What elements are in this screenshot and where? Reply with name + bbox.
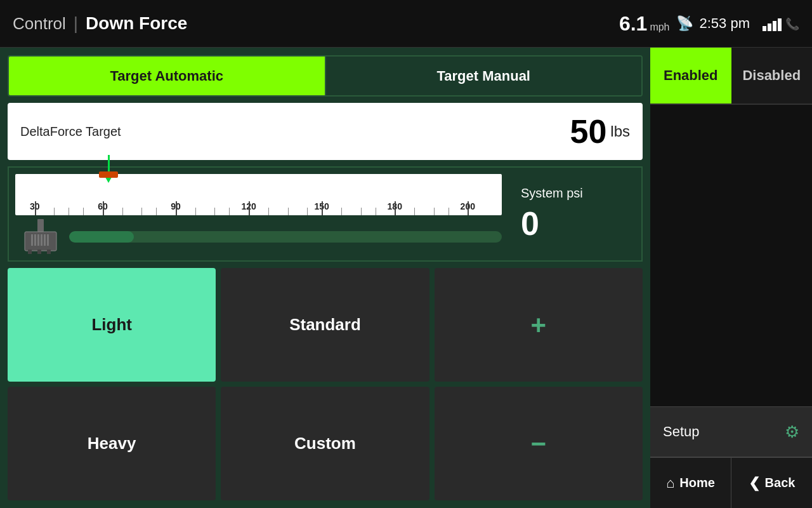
svg-rect-3 xyxy=(37,250,41,254)
tab-target-manual[interactable]: Target Manual xyxy=(326,57,642,95)
preset-minus-button[interactable]: − xyxy=(435,387,643,500)
presets-grid: Light Standard + Heavy Custom − xyxy=(8,268,643,500)
speed-value: 6.1 xyxy=(619,12,647,36)
indicator-base-orange xyxy=(99,171,118,178)
seeder-graphic xyxy=(15,219,66,254)
scale-inner: 30 60 90 120 150 180 200 xyxy=(15,174,502,215)
speed-display: 6.1 mph xyxy=(619,12,670,36)
svg-rect-2 xyxy=(28,250,32,254)
tabs-container: Target Automatic Target Manual xyxy=(8,55,643,97)
scale-ruler: 30 60 90 120 150 180 200 xyxy=(15,174,502,215)
nav-row: ⌂ Home ❮ Back xyxy=(650,457,812,508)
tab-target-automatic[interactable]: Target Automatic xyxy=(9,57,325,95)
status-icons: 6.1 mph 📡 2:53 pm xyxy=(619,12,750,36)
tick-minor-17 xyxy=(434,208,435,215)
back-label: Back xyxy=(765,476,796,490)
back-button[interactable]: ❮ Back xyxy=(731,458,812,508)
svg-rect-0 xyxy=(37,219,44,232)
tick-minor-18 xyxy=(449,208,449,215)
tick-minor-14 xyxy=(361,208,362,215)
system-psi-display: System psi 0 xyxy=(508,180,635,249)
tick-90 xyxy=(176,201,177,215)
tick-minor-9 xyxy=(229,208,230,215)
gauge-lower xyxy=(15,219,502,254)
tick-minor-7 xyxy=(195,208,196,215)
deltaforce-label: DeltaForce Target xyxy=(20,124,570,139)
home-button[interactable]: ⌂ Home xyxy=(650,458,731,508)
signal-bar-3 xyxy=(773,21,776,31)
preset-custom-button[interactable]: Custom xyxy=(221,387,429,500)
sidebar: Enabled Disabled Setup ⚙ ⌂ Home ❮ Back xyxy=(650,48,812,508)
tick-180 xyxy=(395,201,396,215)
deltaforce-target-box: DeltaForce Target 50 lbs xyxy=(8,103,643,160)
control-label: Control xyxy=(13,14,66,34)
main-container: Target Automatic Target Manual DeltaForc… xyxy=(0,48,812,508)
toggle-disabled-button[interactable]: Disabled xyxy=(731,48,813,104)
setup-button[interactable]: Setup ⚙ xyxy=(650,406,812,457)
svg-rect-9 xyxy=(44,234,46,246)
tick-minor-1 xyxy=(54,208,55,215)
tick-30 xyxy=(35,201,36,215)
tick-minor-12 xyxy=(307,208,308,215)
tick-minor-8 xyxy=(214,208,215,215)
signal-bar-1 xyxy=(763,26,766,31)
home-icon: ⌂ xyxy=(666,475,674,491)
scale-container: 30 60 90 120 150 180 200 xyxy=(15,174,502,254)
progress-bar-fill xyxy=(69,231,134,243)
tick-minor-11 xyxy=(288,208,289,215)
back-icon: ❮ xyxy=(749,475,760,491)
signal-bar-4 xyxy=(778,18,782,31)
home-label: Home xyxy=(679,476,715,490)
gear-icon: ⚙ xyxy=(785,422,799,442)
seeder-svg xyxy=(15,219,66,254)
preset-standard-button[interactable]: Standard xyxy=(221,268,429,382)
signal-bars: 📞 xyxy=(763,16,799,31)
setup-label: Setup xyxy=(663,424,700,440)
header-left: Control | Down Force xyxy=(13,13,187,34)
tick-minor-13 xyxy=(341,208,342,215)
page-title: Down Force xyxy=(86,13,187,34)
tick-200 xyxy=(468,201,469,215)
svg-rect-5 xyxy=(31,234,33,246)
tick-minor-16 xyxy=(414,208,415,215)
svg-rect-7 xyxy=(37,234,39,246)
tick-minor-15 xyxy=(376,208,376,215)
tick-minor-4 xyxy=(122,208,123,215)
tick-minor-6 xyxy=(156,208,157,215)
deltaforce-unit: lbs xyxy=(610,123,630,140)
svg-rect-10 xyxy=(47,234,49,246)
psi-label: System psi xyxy=(521,186,583,201)
header-right: 6.1 mph 📡 2:53 pm 📞 xyxy=(619,12,799,36)
svg-rect-6 xyxy=(34,234,36,246)
phone-icon: 📞 xyxy=(785,17,799,31)
svg-rect-8 xyxy=(41,234,43,246)
speed-unit: mph xyxy=(650,22,669,33)
tick-minor-2 xyxy=(69,208,69,215)
deltaforce-value: 50 xyxy=(570,112,606,150)
toggle-row: Enabled Disabled xyxy=(650,48,812,105)
tick-60 xyxy=(103,201,104,215)
psi-value: 0 xyxy=(521,204,539,243)
tick-120 xyxy=(249,201,250,215)
time-display: 2:53 pm xyxy=(700,15,750,32)
preset-heavy-button[interactable]: Heavy xyxy=(8,387,216,500)
content-area: Target Automatic Target Manual DeltaForc… xyxy=(0,48,650,508)
svg-rect-4 xyxy=(47,250,51,254)
header-divider: | xyxy=(74,13,78,34)
gps-icon: 📡 xyxy=(676,15,693,32)
header: Control | Down Force 6.1 mph 📡 2:53 pm 📞 xyxy=(0,0,812,48)
progress-bar xyxy=(69,231,502,243)
indicator-stem xyxy=(108,155,110,173)
tick-minor-5 xyxy=(141,208,142,215)
toggle-enabled-button[interactable]: Enabled xyxy=(650,48,731,104)
signal-bar-2 xyxy=(768,23,771,31)
tick-150 xyxy=(322,201,323,215)
gauge-area: 30 60 90 120 150 180 200 xyxy=(8,166,643,262)
signal-area: 📞 xyxy=(763,16,799,31)
preset-plus-button[interactable]: + xyxy=(435,268,643,382)
sidebar-spacer xyxy=(650,105,812,406)
preset-light-button[interactable]: Light xyxy=(8,268,216,382)
tick-minor-10 xyxy=(268,208,269,215)
tick-minor-3 xyxy=(83,208,84,215)
indicator-arrow xyxy=(103,155,114,183)
